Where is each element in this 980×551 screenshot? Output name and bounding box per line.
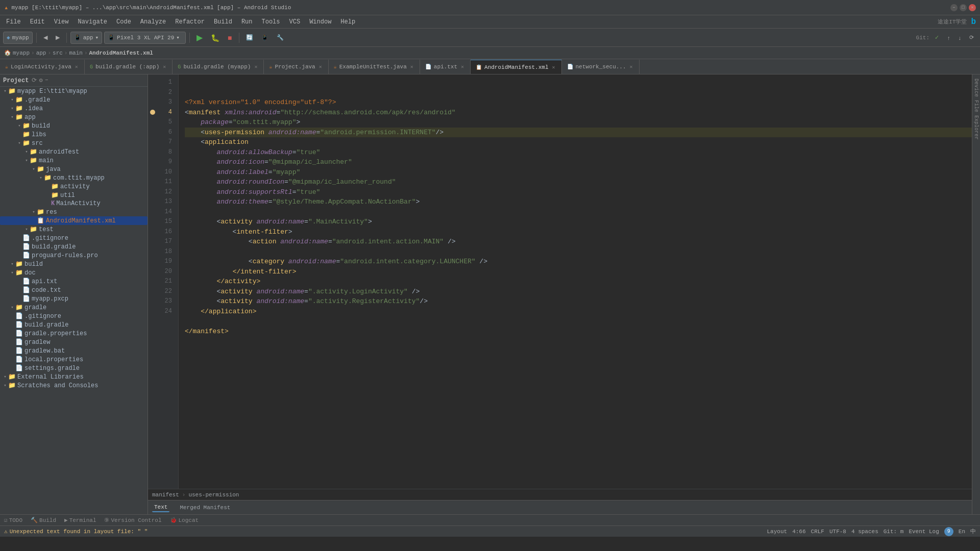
sidebar-tree-item[interactable]: 📄 gradlew (0, 338, 148, 346)
tab-buildgradle-myapp[interactable]: G build.gradle (myapp) ✕ (173, 60, 264, 74)
encoding[interactable]: UTF-8 (829, 529, 846, 535)
git-push-btn[interactable]: ↑ (944, 31, 953, 45)
sidebar-tree-item[interactable]: ▾ 📁 gradle (0, 303, 148, 312)
code-content[interactable]: <?xml version="1.0" encoding="utf-8"?><m… (179, 74, 972, 489)
run-button[interactable]: ▶ (193, 31, 206, 45)
menu-code[interactable]: Code (112, 17, 135, 27)
event-log-btn[interactable]: Event Log (909, 529, 939, 535)
sidebar-tree-item[interactable]: ▾ 📁 main (0, 156, 148, 165)
menu-help[interactable]: Help (336, 17, 359, 27)
sidebar-tree-item[interactable]: 📁 libs (0, 130, 148, 139)
sidebar-tree-item[interactable]: ▾ 📁 res (0, 208, 148, 216)
breadcrumb-myapp-label[interactable]: myapp (13, 50, 30, 56)
minimize-button[interactable]: – (950, 4, 958, 11)
input-method[interactable]: 中 (970, 528, 976, 535)
sidebar-tree-item[interactable]: ▾ 📁 androidTest (0, 147, 148, 156)
sidebar-tree-item[interactable]: 📄 gradle.properties (0, 329, 148, 338)
tab-close-buildgradle-myapp[interactable]: ✕ (253, 63, 258, 70)
todo-tab[interactable]: ☑TODO (4, 517, 22, 523)
breadcrumb-main[interactable]: main (69, 50, 82, 56)
tab-androidmanifest[interactable]: 📋 AndroidManifest.xml ✕ (471, 60, 561, 74)
device-dropdown[interactable]: 📱 Pixel 3 XL API 29 ▾ (104, 32, 186, 44)
tab-loginactivity[interactable]: ☕ LoginActivity.java ✕ (0, 60, 85, 74)
project-dropdown[interactable]: ◆ myapp (3, 32, 33, 44)
breadcrumb-myapp[interactable]: 🏠 (4, 49, 11, 56)
sync-button[interactable]: 🔄 (243, 31, 256, 45)
sidebar-tree-item[interactable]: 📄 build.gradle (0, 242, 148, 251)
sidebar-tree-item[interactable]: 📄 code.txt (0, 286, 148, 294)
tab-text[interactable]: Text (152, 503, 169, 512)
tab-merged-manifest[interactable]: Merged Manifest (178, 504, 232, 512)
project-sidebar[interactable]: Project ⟳ ⚙ – ▾ 📁 myapp E:\ttit\myapp ▾ … (0, 74, 148, 514)
sidebar-tree-item[interactable]: 📄 local.properties (0, 355, 148, 364)
tab-close-api-txt[interactable]: ✕ (460, 63, 465, 70)
indent[interactable]: 4 spaces (851, 529, 878, 535)
line-ending[interactable]: CRLF (811, 529, 824, 535)
sidebar-tree-item[interactable]: 📄 gradlew.bat (0, 346, 148, 355)
sidebar-tree-item[interactable]: ▾ 📁 com.ttit.myapp (0, 173, 148, 182)
terminal-tab[interactable]: ▶Terminal (64, 517, 96, 523)
minimize-sidebar-icon[interactable]: – (45, 77, 48, 84)
sidebar-tree-item[interactable]: ▾ 📁 test (0, 225, 148, 234)
close-button[interactable]: ✕ (969, 4, 976, 11)
settings-icon[interactable]: ⚙ (39, 77, 42, 84)
toolbar-forward-btn[interactable]: ▶ (53, 31, 63, 45)
sync-icon[interactable]: ⟳ (32, 77, 37, 84)
menu-analyze[interactable]: Analyze (136, 17, 170, 27)
avd-button[interactable]: 📱 (258, 31, 272, 45)
sidebar-tree-item[interactable]: ▾ 📁 java (0, 165, 148, 173)
lang-indicator[interactable]: En (959, 529, 965, 535)
tab-exampleunit[interactable]: ☕ ExampleUnitTest.java ✕ (329, 60, 420, 74)
sdk-button[interactable]: 🔧 (274, 31, 287, 45)
menu-window[interactable]: Window (305, 17, 335, 27)
sidebar-tree-item[interactable]: 📄 myapp.pxcp (0, 294, 148, 303)
notification-circle[interactable]: 9 (944, 527, 953, 536)
sidebar-tree-item[interactable]: ▾ 📁 src (0, 139, 148, 147)
maximize-button[interactable]: □ (960, 4, 967, 11)
version-control-tab[interactable]: ⑨Version Control (104, 517, 161, 523)
code-editor[interactable]: 123456789101112131415161718192021222324 … (148, 74, 972, 489)
sidebar-tree-item[interactable]: ▾ 📁 Scratches and Consoles (0, 381, 148, 390)
sidebar-tree-item[interactable]: 📄 api.txt (0, 277, 148, 286)
device-file-explorer-btn[interactable]: Device File Explorer (972, 77, 980, 142)
sidebar-tree-item[interactable]: 📁 activity (0, 182, 148, 191)
stop-button[interactable]: ■ (225, 31, 235, 45)
tab-close-network-secu[interactable]: ✕ (629, 63, 634, 70)
sidebar-tree-item[interactable]: K MainActivity (0, 199, 148, 208)
sidebar-tree-item[interactable]: ▾ 📁 External Libraries (0, 372, 148, 381)
sidebar-tree-item[interactable]: ▾ 📁 .gradle (0, 95, 148, 104)
breadcrumb-src[interactable]: src (53, 50, 63, 56)
tab-close-loginactivity[interactable]: ✕ (74, 63, 79, 70)
sidebar-tree-item[interactable]: ▾ 📁 .idea (0, 104, 148, 113)
menu-file[interactable]: File (2, 17, 25, 27)
layout-btn[interactable]: Layout (767, 529, 788, 535)
sidebar-tree-item[interactable]: 📄 proguard-rules.pro (0, 251, 148, 260)
sidebar-tree-item[interactable]: ▾ 📁 build (0, 260, 148, 268)
menu-edit[interactable]: Edit (26, 17, 49, 27)
sidebar-tree-item[interactable]: ▾ 📁 doc (0, 268, 148, 277)
sidebar-tree-item[interactable]: ▾ 📁 app (0, 113, 148, 121)
breadcrumb-app[interactable]: app (36, 50, 46, 56)
sidebar-tree-item[interactable]: 📄 .gitignore (0, 234, 148, 242)
tab-api-txt[interactable]: 📄 api.txt ✕ (420, 60, 471, 74)
tab-project-java[interactable]: ☕ Project.java ✕ (264, 60, 328, 74)
menu-vcs[interactable]: VCS (285, 17, 305, 27)
sidebar-tree-item[interactable]: 📄 .gitignore (0, 312, 148, 320)
build-tab[interactable]: 🔨Build (31, 517, 56, 523)
sidebar-tree-item[interactable]: 📋 AndroidManifest.xml (0, 216, 148, 225)
menu-tools[interactable]: Tools (258, 17, 284, 27)
tab-buildgradle-app[interactable]: G build.gradle (:app) ✕ (85, 60, 173, 74)
menu-run[interactable]: Run (237, 17, 257, 27)
menu-navigate[interactable]: Navigate (74, 17, 111, 27)
menu-refactor[interactable]: Refactor (171, 17, 209, 27)
bc-manifest[interactable]: manifest (152, 492, 179, 498)
tab-close-project-java[interactable]: ✕ (318, 63, 323, 70)
sidebar-tree-item[interactable]: 📁 util (0, 191, 148, 199)
breadcrumb-manifest[interactable]: AndroidManifest.xml (89, 50, 153, 56)
sidebar-tree-item[interactable]: 📄 settings.gradle (0, 364, 148, 372)
toolbar-back-btn[interactable]: ◀ (40, 31, 51, 45)
git-pull-btn[interactable]: ↓ (955, 31, 965, 45)
menu-view[interactable]: View (50, 17, 73, 27)
tab-close-exampleunit[interactable]: ✕ (409, 63, 414, 70)
sidebar-tree-item[interactable]: 📄 build.gradle (0, 320, 148, 329)
